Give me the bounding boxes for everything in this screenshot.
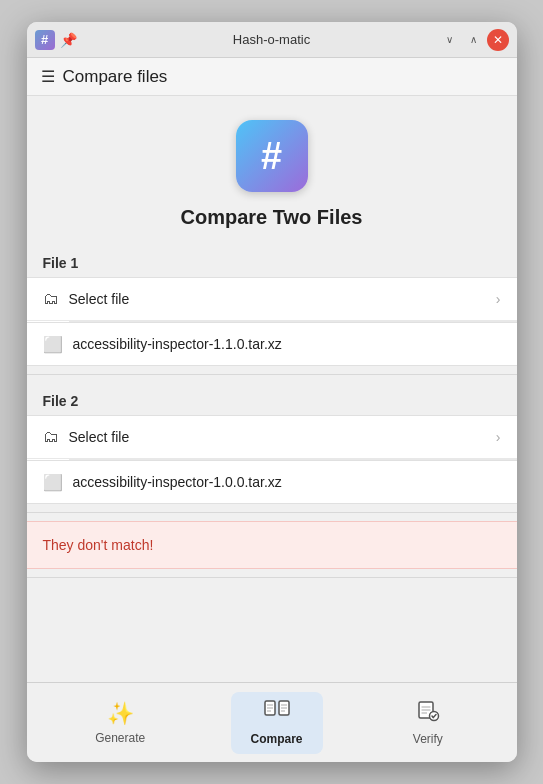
- file1-rows: 🗂 Select file › ⬜ accessibility-inspecto…: [27, 277, 517, 366]
- window-title: Hash-o-matic: [233, 32, 310, 47]
- file2-label: File 2: [27, 383, 517, 415]
- menu-title: Compare files: [63, 67, 168, 87]
- file1-section: File 1 🗂 Select file › ⬜ accessibility-i…: [27, 245, 517, 366]
- titlebar: # 📌 Hash-o-matic ∨ ∧ ✕: [27, 22, 517, 58]
- file1-label: File 1: [27, 245, 517, 277]
- match-result: They don't match!: [27, 521, 517, 569]
- tab-compare[interactable]: Compare: [231, 692, 323, 754]
- file1-selected-row[interactable]: ⬜ accessibility-inspector-1.1.0.tar.xz: [27, 322, 517, 366]
- file2-section: File 2 🗂 Select file › ⬜ accessibility-i…: [27, 383, 517, 504]
- menu-icon[interactable]: ☰: [41, 67, 55, 86]
- divider-3: [27, 577, 517, 578]
- generate-icon: ✨: [107, 701, 134, 727]
- verify-icon: [416, 700, 440, 728]
- file1-filename: accessibility-inspector-1.1.0.tar.xz: [73, 336, 501, 352]
- main-content: # Compare Two Files File 1 🗂 Select file…: [27, 96, 517, 682]
- menu-bar: ☰ Compare files: [27, 58, 517, 96]
- chevron-icon-2: ›: [496, 429, 501, 445]
- app-logo: #: [236, 120, 308, 192]
- chevron-icon-1: ›: [496, 291, 501, 307]
- file2-select-label: Select file: [69, 429, 486, 445]
- tab-generate-label: Generate: [95, 731, 145, 745]
- file2-select-row[interactable]: 🗂 Select file ›: [27, 415, 517, 459]
- app-icon: #: [35, 30, 55, 50]
- tab-generate[interactable]: ✨ Generate: [75, 693, 165, 753]
- folder-icon-2: 🗂: [43, 428, 59, 446]
- pin-icon: 📌: [59, 30, 79, 50]
- file2-rows: 🗂 Select file › ⬜ accessibility-inspecto…: [27, 415, 517, 504]
- bottom-tab-bar: ✨ Generate Compare: [27, 682, 517, 762]
- titlebar-left-icons: # 📌: [35, 30, 79, 50]
- close-button[interactable]: ✕: [487, 29, 509, 51]
- app-logo-symbol: #: [261, 137, 282, 175]
- app-title: Compare Two Files: [181, 206, 363, 229]
- file1-select-label: Select file: [69, 291, 486, 307]
- file2-filename: accessibility-inspector-1.0.0.tar.xz: [73, 474, 501, 490]
- divider-2: [27, 512, 517, 513]
- tab-verify-label: Verify: [413, 732, 443, 746]
- tab-verify[interactable]: Verify: [388, 692, 468, 754]
- match-result-text: They don't match!: [43, 537, 154, 553]
- minimize-button[interactable]: ∨: [439, 29, 461, 51]
- app-window: # 📌 Hash-o-matic ∨ ∧ ✕ ☰ Compare files #…: [27, 22, 517, 762]
- folder-icon-1: 🗂: [43, 290, 59, 308]
- tab-compare-label: Compare: [251, 732, 303, 746]
- app-icon-symbol: #: [41, 32, 48, 47]
- compare-icon: [264, 700, 290, 728]
- app-logo-area: # Compare Two Files: [27, 96, 517, 245]
- file2-selected-row[interactable]: ⬜ accessibility-inspector-1.0.0.tar.xz: [27, 460, 517, 504]
- file1-select-row[interactable]: 🗂 Select file ›: [27, 277, 517, 321]
- file-icon-1: ⬜: [43, 335, 63, 354]
- window-controls: ∨ ∧ ✕: [439, 29, 509, 51]
- file-icon-2: ⬜: [43, 473, 63, 492]
- maximize-button[interactable]: ∧: [463, 29, 485, 51]
- divider-1: [27, 374, 517, 375]
